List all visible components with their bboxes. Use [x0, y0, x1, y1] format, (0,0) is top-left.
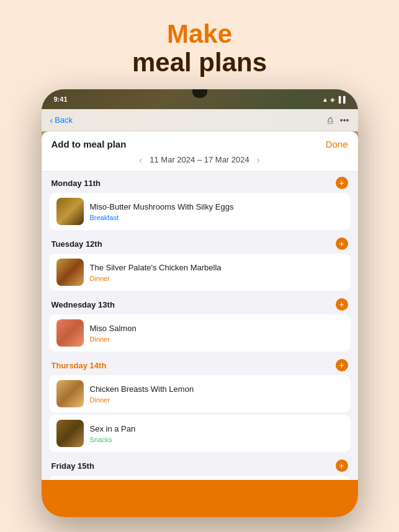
recipe-meal-type-tuesday-0: Dinner [90, 275, 343, 282]
recipe-card-monday-0[interactable]: Miso-Butter Mushrooms With Silky EggsBre… [49, 193, 351, 230]
recipe-name-thursday-0: Chicken Breasts With Lemon [90, 384, 343, 395]
back-bar: ‹ Back ⎙ ••• [42, 109, 358, 131]
recipe-meal-type-wednesday-0: Dinner [90, 335, 343, 343]
day-add-button-monday[interactable]: + [336, 177, 348, 189]
day-header-tuesday: Tuesday 12th+ [42, 233, 358, 254]
day-add-button-wednesday[interactable]: + [336, 298, 348, 311]
recipe-thumb-monday-0 [56, 198, 84, 225]
notch [192, 89, 207, 98]
back-button[interactable]: ‹ Back [50, 115, 73, 125]
recipe-info-wednesday-0: Miso SalmonDinner [90, 324, 343, 343]
day-section-thursday: Thursday 14th+Chicken Breasts With Lemon… [42, 354, 358, 452]
day-add-button-friday[interactable]: + [336, 459, 348, 472]
back-label: Back [55, 115, 73, 125]
page-header: Make meal plans [132, 0, 267, 89]
day-add-button-thursday[interactable]: + [336, 359, 348, 371]
back-arrow-icon: ‹ [50, 115, 53, 125]
day-label-friday: Friday 15th [52, 461, 94, 471]
bottom-tab-bar [42, 480, 358, 517]
recipe-meal-type-monday-0: Breakfast [90, 214, 343, 221]
status-bar: 9:41 ▲ ◈ ▐▐ [42, 89, 358, 109]
date-nav: ‹ 11 Mar 2024 – 17 Mar 2024 › [52, 154, 348, 165]
recipe-card-friday-0[interactable]: Authentic Pico de GalloBreakfast [49, 476, 351, 480]
date-prev-button[interactable]: ‹ [139, 154, 142, 165]
day-section-tuesday: Tuesday 12th+The Silver Palate's Chicken… [42, 233, 358, 291]
page-title-make: Make [132, 20, 267, 48]
recipe-thumb-wednesday-0 [56, 319, 84, 347]
recipe-name-thursday-1: Sex in a Pan [90, 424, 343, 435]
day-section-monday: Monday 11th+Miso-Butter Mushrooms With S… [42, 172, 358, 230]
day-add-button-tuesday[interactable]: + [336, 237, 348, 250]
recipe-card-wednesday-0[interactable]: Miso SalmonDinner [49, 314, 351, 352]
day-header-thursday: Thursday 14th+ [42, 354, 358, 375]
modal-title: Add to meal plan [52, 139, 127, 149]
recipe-meal-type-thursday-0: Dinner [90, 396, 343, 404]
recipe-name-tuesday-0: The Silver Palate's Chicken Marbella [90, 263, 343, 273]
modal-title-row: Add to meal plan Done [52, 139, 348, 149]
day-header-friday: Friday 15th+ [42, 454, 358, 476]
day-header-monday: Monday 11th+ [42, 172, 358, 193]
day-label-tuesday: Tuesday 12th [52, 239, 102, 249]
modal: Add to meal plan Done ‹ 11 Mar 2024 – 17… [42, 131, 358, 517]
day-header-wednesday: Wednesday 13th+ [42, 293, 358, 314]
recipe-card-tuesday-0[interactable]: The Silver Palate's Chicken MarbellaDinn… [49, 254, 351, 291]
date-next-button[interactable]: › [257, 154, 260, 165]
page-title-meal-plans: meal plans [132, 48, 267, 77]
status-time: 9:41 [54, 95, 68, 103]
modal-overlay: Add to meal plan Done ‹ 11 Mar 2024 – 17… [42, 131, 358, 517]
day-label-monday: Monday 11th [52, 179, 101, 188]
status-icons: ▲ ◈ ▐▐ [322, 96, 346, 103]
recipe-info-thursday-0: Chicken Breasts With LemonDinner [90, 384, 343, 404]
recipe-name-wednesday-0: Miso Salmon [90, 324, 343, 334]
share-icon[interactable]: ⎙ [328, 115, 333, 125]
recipe-thumb-thursday-1 [56, 420, 84, 447]
day-section-wednesday: Wednesday 13th+Miso SalmonDinner [42, 293, 358, 352]
recipe-card-thursday-1[interactable]: Sex in a PanSnacks [49, 415, 351, 452]
recipe-meal-type-thursday-1: Snacks [90, 436, 343, 443]
recipe-thumb-tuesday-0 [56, 259, 84, 286]
day-section-friday: Friday 15th+Authentic Pico de GalloBreak… [42, 454, 358, 480]
modal-header: Add to meal plan Done ‹ 11 Mar 2024 – 17… [42, 131, 358, 172]
day-label-wednesday: Wednesday 13th [52, 300, 115, 309]
recipe-info-thursday-1: Sex in a PanSnacks [90, 424, 343, 443]
more-icon[interactable]: ••• [340, 115, 349, 125]
recipe-name-monday-0: Miso-Butter Mushrooms With Silky Eggs [90, 202, 343, 213]
date-range: 11 Mar 2024 – 17 Mar 2024 [150, 155, 249, 164]
modal-done-button[interactable]: Done [326, 139, 348, 149]
recipe-card-thursday-0[interactable]: Chicken Breasts With LemonDinner [49, 375, 351, 412]
meal-list[interactable]: Monday 11th+Miso-Butter Mushrooms With S… [42, 172, 358, 480]
recipe-info-tuesday-0: The Silver Palate's Chicken MarbellaDinn… [90, 263, 343, 282]
back-bar-icons: ⎙ ••• [328, 115, 349, 125]
recipe-thumb-thursday-0 [56, 380, 84, 407]
recipe-info-monday-0: Miso-Butter Mushrooms With Silky EggsBre… [90, 202, 343, 221]
device-frame: 9:41 ▲ ◈ ▐▐ ‹ Back ⎙ ••• Add to meal pla… [42, 89, 358, 517]
day-label-thursday: Thursday 14th [52, 361, 107, 370]
